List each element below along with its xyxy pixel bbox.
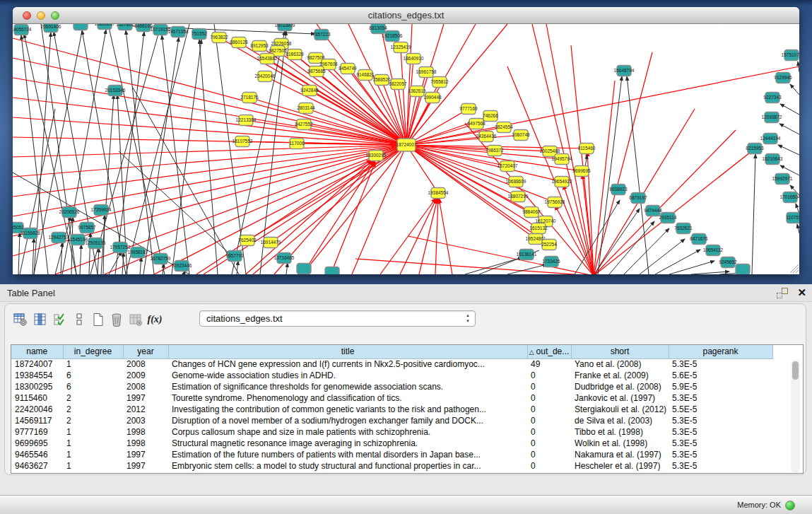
cell-short[interactable]: Franke et al. (2009) [571, 370, 669, 381]
graph-edge[interactable] [778, 145, 799, 155]
cell-in_degree[interactable]: 1 [63, 358, 123, 370]
graph-node[interactable]: 9115460 [578, 144, 596, 154]
graph-edge[interactable] [655, 250, 700, 274]
graph-node[interactable]: 9699695 [572, 166, 591, 177]
graph-edge[interactable] [594, 209, 640, 274]
cell-short[interactable]: Tibbo et al. (1998) [571, 426, 669, 438]
graph-node[interactable]: 1080748 [512, 130, 530, 141]
cell-out_de[interactable]: 0 [527, 438, 571, 449]
graph-node[interactable]: 2803144 [297, 103, 315, 114]
graph-edge[interactable] [199, 40, 218, 274]
cell-title[interactable]: Estimation of significance thresholds fo… [168, 381, 527, 392]
graph-node[interactable]: 15720407 [498, 161, 518, 172]
graph-node[interactable]: 1615132 [529, 223, 548, 234]
graph-node[interactable]: 18107552 [233, 136, 253, 147]
graph-node[interactable]: 20691406 [41, 24, 61, 33]
cell-name[interactable]: 9115460 [11, 392, 63, 404]
graph-edge[interactable] [286, 263, 288, 274]
graph-node[interactable]: 19958187 [128, 247, 148, 258]
graph-node[interactable]: 20153346 [105, 86, 126, 96]
graph-node[interactable]: 12093872 [762, 112, 782, 123]
graph-node[interactable] [325, 267, 339, 275]
graph-node[interactable]: 16914479 [261, 238, 281, 248]
graph-node[interactable]: 12923446 [172, 261, 192, 271]
cell-in_degree[interactable]: 1 [63, 426, 123, 438]
table-row[interactable]: 911546021997Tourette syndrome. Phenomeno… [11, 392, 772, 404]
graph-node[interactable]: 17016504 [780, 192, 799, 203]
graph-node[interactable]: 16033809 [275, 24, 295, 31]
cell-pagerank[interactable]: 5.3E-5 [669, 426, 772, 438]
graph-node[interactable]: 6497568 [467, 119, 486, 129]
graph-node[interactable]: 19654923 [552, 177, 572, 187]
graph-edge[interactable] [302, 161, 375, 274]
graph-edge[interactable] [624, 228, 669, 274]
table-row[interactable]: 946554611997Estimation of the future num… [11, 449, 772, 460]
column-header-year[interactable]: year [123, 345, 168, 358]
cell-year[interactable]: 1997 [123, 460, 168, 472]
graph-node[interactable]: 12213384 [236, 115, 257, 126]
table-row[interactable]: 1830029562008Estimation of significance … [11, 381, 772, 392]
cell-name[interactable]: 9777169 [11, 426, 63, 438]
close-panel-button[interactable]: ✕ [797, 286, 806, 299]
graph-edge[interactable] [419, 199, 437, 274]
cell-short[interactable]: Nakamura et al. (1997) [571, 449, 669, 460]
graph-node[interactable]: 24364436 [476, 132, 497, 142]
graph-node[interactable]: 9884067 [522, 207, 541, 218]
graph-node[interactable]: 7625402 [238, 235, 257, 246]
graph-node[interactable] [297, 264, 311, 274]
graph-node[interactable]: 3824554 [495, 122, 513, 133]
cell-in_degree[interactable]: 6 [63, 370, 123, 381]
graph-edge[interactable] [507, 264, 547, 274]
graph-edge[interactable] [406, 24, 507, 145]
graph-node[interactable]: 8912953 [250, 41, 269, 52]
graph-edge[interactable] [162, 35, 189, 274]
graph-node[interactable]: 19384554 [428, 188, 449, 199]
graph-node[interactable]: 6822057 [389, 79, 407, 90]
cell-pagerank[interactable]: 5.3E-5 [669, 415, 772, 426]
graph-node[interactable]: 2718176 [240, 93, 259, 103]
graph-node[interactable]: 8186328 [286, 49, 304, 60]
graph-node[interactable]: 8215953 [746, 144, 764, 154]
select-all-rows-button[interactable] [52, 311, 69, 328]
cell-year[interactable]: 2003 [123, 415, 168, 426]
graph-node[interactable]: 19495794 [552, 154, 572, 165]
graph-node[interactable]: 17359924 [91, 205, 112, 216]
graph-edge[interactable] [640, 239, 685, 274]
cell-pagerank[interactable]: 5.6E-5 [669, 370, 772, 381]
graph-edge[interactable] [80, 245, 81, 274]
graph-node[interactable]: 6879197 [629, 193, 647, 204]
cell-pagerank[interactable]: 5.3E-5 [669, 358, 772, 370]
delete-table-button[interactable] [127, 311, 144, 328]
graph-node[interactable]: 8813054 [369, 24, 387, 34]
cell-year[interactable]: 1997 [123, 449, 168, 460]
graph-node[interactable]: 9975857 [78, 223, 96, 233]
graph-node[interactable]: 7857223 [312, 30, 331, 40]
graph-node[interactable]: 1733426 [542, 257, 560, 267]
network-window-titlebar[interactable]: citations_edges.txt [13, 7, 799, 24]
graph-node[interactable]: 1990448 [423, 93, 442, 103]
graph-edge[interactable] [13, 38, 406, 145]
graph-edge[interactable] [55, 216, 71, 274]
cell-name[interactable]: 22420046 [11, 404, 63, 415]
cell-out_de[interactable]: 0 [527, 392, 571, 404]
graph-edge[interactable] [465, 257, 522, 274]
graph-node[interactable]: 12325419 [391, 42, 411, 53]
cell-short[interactable]: Hescheler et al. (1997) [571, 460, 669, 472]
cell-title[interactable]: Embryonic stem cells: a model to study s… [168, 460, 527, 472]
graph-edge[interactable] [109, 252, 122, 274]
graph-edge[interactable] [797, 224, 799, 233]
graph-edge[interactable] [61, 243, 62, 274]
graph-node[interactable]: 16543882 [257, 54, 278, 64]
graph-node[interactable]: 8427552 [295, 119, 313, 130]
column-header-title[interactable]: title [168, 345, 527, 358]
graph-node[interactable]: 18807299 [508, 192, 529, 202]
graph-node[interactable]: 14671358 [168, 27, 189, 37]
table-row[interactable]: 977716911998Corpus callosum shape and si… [11, 426, 772, 438]
graph-node[interactable]: 110753 [786, 213, 799, 223]
cell-pagerank[interactable]: 5.3E-5 [669, 449, 772, 460]
cell-in_degree[interactable]: 2 [63, 404, 123, 415]
graph-node[interactable]: 19756928 [545, 197, 565, 208]
graph-node[interactable]: 9242848 [300, 86, 319, 96]
graph-edge[interactable] [594, 52, 652, 274]
new-column-button[interactable] [90, 311, 107, 328]
